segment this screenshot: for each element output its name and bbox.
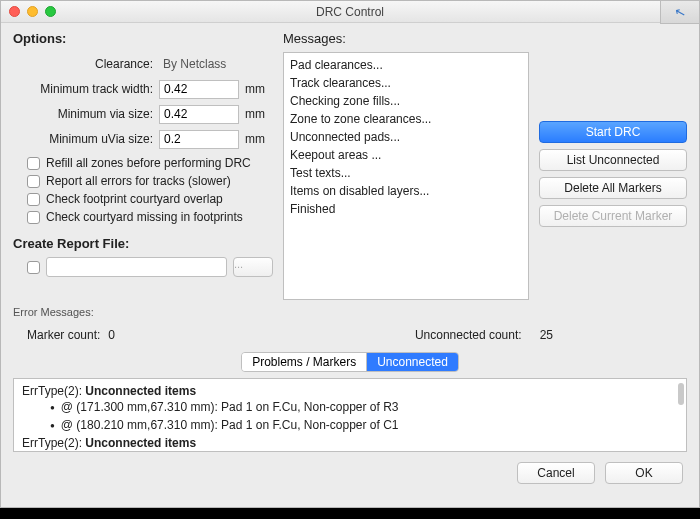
- options-panel: Options: Clearance: By Netclass Minimum …: [13, 31, 273, 300]
- message-line: Unconnected pads...: [290, 128, 522, 146]
- result-item[interactable]: @ (171.300 mm,67.310 mm): Pad 1 on F.Cu,…: [22, 399, 678, 417]
- marker-count-label: Marker count:: [27, 328, 100, 342]
- create-report-checkbox[interactable]: [27, 261, 40, 274]
- refill-zones-checkbox[interactable]: [27, 157, 40, 170]
- cursor-icon: ↖: [673, 3, 688, 20]
- result-heading: ErrType(2): Unconnected items: [22, 435, 678, 451]
- checkbox-label: Refill all zones before performing DRC: [46, 156, 251, 170]
- checkbox-label: Check footprint courtyard overlap: [46, 192, 223, 206]
- min-via-input[interactable]: [159, 105, 239, 124]
- marker-count-value: 0: [108, 328, 115, 342]
- checkbox-label: Report all errors for tracks (slower): [46, 174, 231, 188]
- start-drc-button[interactable]: Start DRC: [539, 121, 687, 143]
- window-title: DRC Control: [1, 5, 699, 19]
- clearance-value: By Netclass: [159, 57, 239, 71]
- delete-current-marker-button: Delete Current Marker: [539, 205, 687, 227]
- tab-problems[interactable]: Problems / Markers: [242, 353, 367, 371]
- scrollbar-thumb[interactable]: [678, 383, 684, 405]
- counts-row: Marker count: 0 Unconnected count: 25: [13, 328, 687, 342]
- clearance-label: Clearance:: [13, 57, 153, 71]
- results-tabs: Problems / Markers Unconnected: [13, 352, 687, 372]
- delete-all-markers-button[interactable]: Delete All Markers: [539, 177, 687, 199]
- min-uvia-input[interactable]: [159, 130, 239, 149]
- list-unconnected-button[interactable]: List Unconnected: [539, 149, 687, 171]
- unconnected-count-label: Unconnected count:: [415, 328, 522, 342]
- min-uvia-label: Minimum uVia size:: [13, 132, 153, 146]
- report-path-input[interactable]: [46, 257, 227, 277]
- courtyard-missing-checkbox[interactable]: [27, 211, 40, 224]
- message-line: Test texts...: [290, 164, 522, 182]
- ok-button[interactable]: OK: [605, 462, 683, 484]
- dialog-footer: Cancel OK: [13, 462, 687, 484]
- unit-label: mm: [245, 82, 269, 96]
- error-messages-label: Error Messages:: [13, 306, 687, 318]
- background-window-tab[interactable]: ↖: [660, 0, 700, 24]
- result-heading: ErrType(2): Unconnected items: [22, 383, 678, 399]
- titlebar: DRC Control: [1, 1, 699, 23]
- tab-unconnected[interactable]: Unconnected: [367, 353, 458, 371]
- unconnected-count-value: 25: [540, 328, 553, 342]
- message-line: Zone to zone clearances...: [290, 110, 522, 128]
- message-line: Finished: [290, 200, 522, 218]
- message-line: Checking zone fills...: [290, 92, 522, 110]
- report-section-label: Create Report File:: [13, 236, 273, 251]
- report-all-errors-checkbox[interactable]: [27, 175, 40, 188]
- messages-label: Messages:: [283, 31, 529, 46]
- result-item[interactable]: @ (180.210 mm,67.310 mm): Pad 1 on F.Cu,…: [22, 417, 678, 435]
- action-buttons: Start DRC List Unconnected Delete All Ma…: [539, 31, 687, 300]
- min-track-input[interactable]: [159, 80, 239, 99]
- messages-panel: Messages: Pad clearances... Track cleara…: [283, 31, 529, 300]
- options-label: Options:: [13, 31, 273, 46]
- drc-control-window: DRC Control Options: Clearance: By Netcl…: [0, 0, 700, 508]
- content-area: Options: Clearance: By Netclass Minimum …: [1, 23, 699, 507]
- browse-button[interactable]: ...: [233, 257, 273, 277]
- message-line: Items on disabled layers...: [290, 182, 522, 200]
- checkbox-label: Check courtyard missing in footprints: [46, 210, 243, 224]
- messages-list: Pad clearances... Track clearances... Ch…: [283, 52, 529, 300]
- message-line: Pad clearances...: [290, 56, 522, 74]
- courtyard-overlap-checkbox[interactable]: [27, 193, 40, 206]
- min-track-label: Minimum track width:: [13, 82, 153, 96]
- cancel-button[interactable]: Cancel: [517, 462, 595, 484]
- min-via-label: Minimum via size:: [13, 107, 153, 121]
- message-line: Track clearances...: [290, 74, 522, 92]
- message-line: Keepout areas ...: [290, 146, 522, 164]
- results-list[interactable]: ErrType(2): Unconnected items @ (171.300…: [13, 378, 687, 452]
